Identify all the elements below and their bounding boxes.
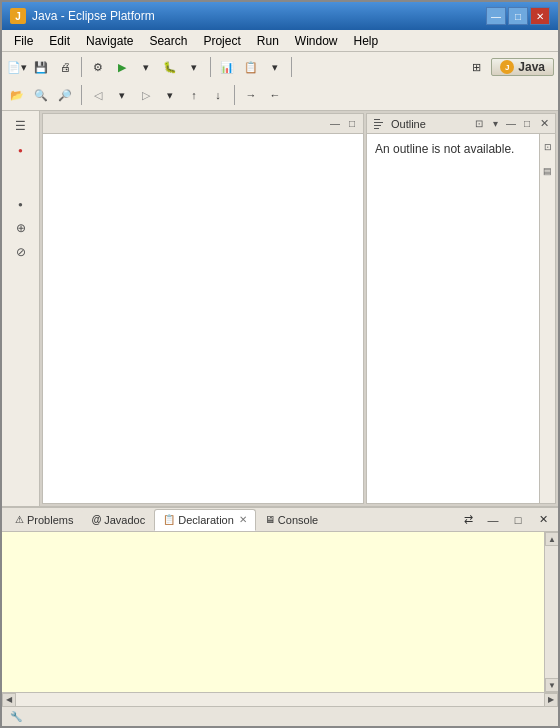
tab-declaration-icon: 📋 — [163, 514, 175, 525]
separator-2 — [210, 57, 211, 77]
debug-dropdown[interactable]: ▾ — [183, 56, 205, 78]
scrollbar-left-btn[interactable]: ◀ — [2, 693, 16, 707]
tab-console[interactable]: 🖥 Console — [256, 509, 327, 531]
bottom-minimize-btn[interactable]: — — [482, 509, 504, 531]
menu-project[interactable]: Project — [195, 32, 248, 50]
left-sidebar: ☰ ● ● ⊕ ⊘ — [2, 111, 40, 506]
sidebar-icon-4[interactable]: ⊕ — [10, 217, 32, 239]
navigate-down[interactable]: ↓ — [207, 84, 229, 106]
app-window: J Java - Eclipse Platform — □ ✕ File Edi… — [0, 0, 560, 728]
sidebar-icon-2[interactable]: ● — [10, 139, 32, 161]
outline-menu-btn[interactable]: ▾ — [488, 117, 502, 131]
fwd-dropdown[interactable]: ▾ — [159, 84, 181, 106]
separator-1 — [81, 57, 82, 77]
svg-rect-1 — [374, 122, 383, 123]
tab-problems-icon: ⚠ — [15, 514, 24, 525]
scrollbar-up-btn[interactable]: ▲ — [545, 532, 558, 546]
menu-file[interactable]: File — [6, 32, 41, 50]
outline-sidebar-btn[interactable]: ⊡ — [537, 136, 556, 158]
outline-minimize-btn[interactable]: — — [504, 117, 518, 131]
java-perspective-label: Java — [518, 60, 545, 74]
outline-header: Outline ⊡ ▾ — □ ✕ — [367, 114, 555, 134]
print-button[interactable]: 🖨 — [54, 56, 76, 78]
outline-collapse-btn[interactable]: ⊡ — [472, 117, 486, 131]
close-button[interactable]: ✕ — [530, 7, 550, 25]
next-page[interactable]: → — [240, 84, 262, 106]
run-dropdown[interactable]: ▾ — [135, 56, 157, 78]
scrollbar-down-btn[interactable]: ▼ — [545, 678, 558, 692]
outline-body: An outline is not available. ⊡ ▤ — [367, 134, 555, 503]
content-area: ☰ ● ● ⊕ ⊘ — □ — [2, 111, 558, 706]
sidebar-icon-3[interactable]: ● — [10, 193, 32, 215]
sidebar-icon-5[interactable]: ⊘ — [10, 241, 32, 263]
back-dropdown[interactable]: ▾ — [111, 84, 133, 106]
bottom-close-btn[interactable]: ✕ — [532, 509, 554, 531]
editor-content[interactable] — [43, 134, 363, 503]
sidebar-icon-1[interactable]: ☰ — [10, 115, 32, 137]
editor-minimize-btn[interactable]: — — [328, 117, 342, 131]
tab-problems-label: Problems — [27, 514, 73, 526]
toolbar-area: 📄▾ 💾 🖨 ⚙ ▶ ▾ 🐛 ▾ 📊 📋 ▾ ⊞ J Java 📂 — [2, 52, 558, 111]
tab-declaration[interactable]: 📋 Declaration ✕ — [154, 509, 256, 531]
run-button[interactable]: ▶ — [111, 56, 133, 78]
fwd-btn[interactable]: ▷ — [135, 84, 157, 106]
perspective-area: ⊞ J Java — [465, 56, 554, 78]
scrollbar-track — [545, 546, 558, 678]
navigate-up[interactable]: ↑ — [183, 84, 205, 106]
menu-edit[interactable]: Edit — [41, 32, 78, 50]
separator-4 — [81, 85, 82, 105]
minimize-button[interactable]: — — [486, 7, 506, 25]
search-btn[interactable]: 🔎 — [54, 84, 76, 106]
menu-search[interactable]: Search — [141, 32, 195, 50]
menu-navigate[interactable]: Navigate — [78, 32, 141, 50]
bottom-scrollbar-h[interactable]: ◀ ▶ — [2, 692, 558, 706]
menu-run[interactable]: Run — [249, 32, 287, 50]
toolbar-row-1: 📄▾ 💾 🖨 ⚙ ▶ ▾ 🐛 ▾ 📊 📋 ▾ ⊞ J Java — [6, 54, 554, 80]
status-icon: 🔧 — [8, 709, 24, 725]
bottom-content-area: ▲ ▼ ◀ ▶ — [2, 532, 558, 706]
bottom-maximize-btn[interactable]: □ — [507, 509, 529, 531]
title-bar: J Java - Eclipse Platform — □ ✕ — [2, 2, 558, 30]
tab-problems[interactable]: ⚠ Problems — [6, 509, 82, 531]
tab-javadoc-label: Javadoc — [104, 514, 145, 526]
outline-maximize-btn[interactable]: □ — [520, 117, 534, 131]
bottom-toolbar-btn1[interactable]: ⇄ — [457, 509, 479, 531]
prev-edit-btn[interactable]: 📂 — [6, 84, 28, 106]
status-bar: 🔧 — [2, 706, 558, 726]
editor-maximize-btn[interactable]: □ — [345, 117, 359, 131]
tab-declaration-close[interactable]: ✕ — [239, 514, 247, 525]
bottom-main: ▲ ▼ — [2, 532, 558, 692]
outline-icon — [373, 117, 387, 131]
profile-button[interactable]: 📊 — [216, 56, 238, 78]
scrollbar-right-btn[interactable]: ▶ — [544, 693, 558, 707]
outline-close-btn[interactable]: ✕ — [540, 117, 549, 130]
perspective-open[interactable]: ⊞ — [465, 56, 487, 78]
menu-help[interactable]: Help — [346, 32, 387, 50]
app-icon: J — [10, 8, 26, 24]
tab-console-icon: 🖥 — [265, 514, 275, 525]
bottom-section: ⚠ Problems @ Javadoc 📋 Declaration ✕ 🖥 C… — [2, 506, 558, 706]
menu-window[interactable]: Window — [287, 32, 346, 50]
save-button[interactable]: 💾 — [30, 56, 52, 78]
declaration-content[interactable] — [2, 532, 558, 692]
run-external-button[interactable]: ⚙ — [87, 56, 109, 78]
maximize-button[interactable]: □ — [508, 7, 528, 25]
prev-page[interactable]: ← — [264, 84, 286, 106]
outline-sidebar-btn2[interactable]: ▤ — [537, 160, 556, 182]
back-btn[interactable]: ◁ — [87, 84, 109, 106]
next-edit-btn[interactable]: 🔍 — [30, 84, 52, 106]
java-perspective-badge[interactable]: J Java — [491, 58, 554, 76]
coverage-button[interactable]: 📋 — [240, 56, 262, 78]
tab-javadoc[interactable]: @ Javadoc — [82, 509, 154, 531]
outline-right-sidebar: ⊡ ▤ — [539, 134, 555, 503]
editor-pane: — □ — [42, 113, 364, 504]
java-perspective-icon: J — [500, 60, 514, 74]
tab-declaration-label: Declaration — [178, 514, 234, 526]
coverage-dropdown[interactable]: ▾ — [264, 56, 286, 78]
new-button[interactable]: 📄▾ — [6, 56, 28, 78]
tab-javadoc-icon: @ — [91, 514, 101, 525]
menu-bar: File Edit Navigate Search Project Run Wi… — [2, 30, 558, 52]
bottom-scrollbar-v[interactable]: ▲ ▼ — [544, 532, 558, 692]
separator-3 — [291, 57, 292, 77]
debug-button[interactable]: 🐛 — [159, 56, 181, 78]
